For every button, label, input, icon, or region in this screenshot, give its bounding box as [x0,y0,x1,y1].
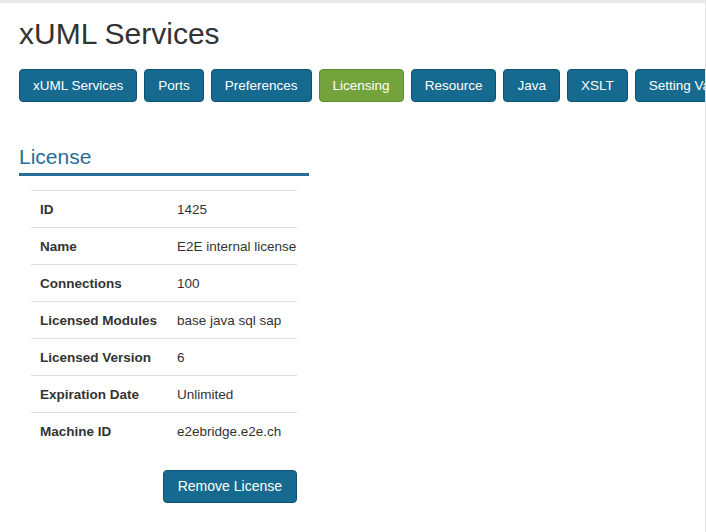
row-label: Expiration Date [31,387,177,402]
remove-license-button[interactable]: Remove License [163,470,297,503]
license-row-id: ID 1425 [31,190,297,227]
row-value: 1425 [177,202,207,217]
license-row-licensed-modules: Licensed Modules base java sql sap [31,301,297,338]
license-row-licensed-version: Licensed Version 6 [31,338,297,375]
row-value: 100 [177,276,200,291]
tab-java[interactable]: Java [503,69,560,102]
tab-ports[interactable]: Ports [144,69,204,102]
row-label: Connections [31,276,177,291]
license-row-machine-id: Machine ID e2ebridge.e2e.ch [31,412,297,449]
license-row-name: Name E2E internal license [31,227,297,264]
license-actions: Remove License [31,470,297,503]
row-label: Licensed Version [31,350,177,365]
license-table: ID 1425 Name E2E internal license Connec… [31,190,297,449]
xuml-services-page: xUML Services xUML Services Ports Prefer… [0,3,705,503]
row-value: E2E internal license [177,239,296,254]
license-section: License ID 1425 Name E2E internal licens… [19,145,705,503]
tab-xslt[interactable]: XSLT [567,69,628,102]
row-label: Licensed Modules [31,313,177,328]
row-value: 6 [177,350,185,365]
license-row-connections: Connections 100 [31,264,297,301]
tab-licensing[interactable]: Licensing [319,69,404,102]
row-label: ID [31,202,177,217]
tab-setting-variables[interactable]: Setting Variables [635,69,706,102]
section-title: License [19,145,309,169]
row-value: base java sql sap [177,313,281,328]
tab-bar: xUML Services Ports Preferences Licensin… [19,69,705,102]
row-label: Machine ID [31,424,177,439]
license-row-expiration-date: Expiration Date Unlimited [31,375,297,412]
tab-preferences[interactable]: Preferences [211,69,312,102]
row-value: Unlimited [177,387,233,402]
section-heading-underline: License [19,145,309,176]
tab-xuml-services[interactable]: xUML Services [19,69,137,102]
tab-resource[interactable]: Resource [411,69,497,102]
row-label: Name [31,239,177,254]
row-value: e2ebridge.e2e.ch [177,424,281,439]
page-title: xUML Services [19,16,705,52]
